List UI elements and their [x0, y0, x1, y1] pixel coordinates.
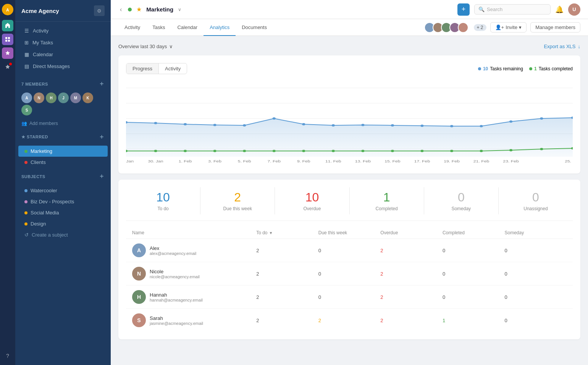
tab-tasks[interactable]: Tasks: [146, 19, 171, 36]
create-subject-button[interactable]: ↺ Create a subject: [18, 229, 108, 240]
chart-tab-activity[interactable]: Activity: [159, 63, 187, 74]
alex-avatar: A: [132, 243, 146, 257]
tab-calendar[interactable]: Calendar: [171, 19, 204, 36]
add-members-label: Add members: [29, 121, 58, 126]
legend-completed-count: 1: [534, 66, 537, 71]
notifications-bell-icon[interactable]: 🔔: [555, 5, 564, 14]
tab-activity[interactable]: Activity: [118, 19, 146, 36]
svg-text:1. Feb: 1. Feb: [179, 159, 192, 163]
hannah-avatar: H: [132, 290, 146, 304]
member-avatar-1[interactable]: A: [21, 92, 32, 103]
svg-rect-5: [8, 40, 10, 42]
member-avatar-6[interactable]: K: [82, 92, 93, 103]
svg-text:7. Feb: 7. Feb: [267, 159, 281, 163]
user-avatar[interactable]: U: [568, 3, 580, 16]
gear-button[interactable]: ⚙: [94, 5, 105, 16]
add-member-icon[interactable]: ＋: [99, 80, 105, 88]
svg-point-13: [184, 123, 187, 125]
members-section: 7 MEMBERS ＋: [15, 75, 111, 92]
create-subject-label: Create a subject: [32, 232, 68, 238]
tab-documents[interactable]: Documents: [236, 19, 273, 36]
app-logo[interactable]: A: [2, 4, 13, 15]
sidebar-item-my-tasks[interactable]: ⊞ My Tasks: [18, 37, 108, 49]
icon-bar: A ?: [0, 0, 15, 365]
search-box[interactable]: 🔍 Search: [474, 4, 551, 15]
alex-completed: 0: [443, 248, 505, 253]
export-button[interactable]: Export as XLS ↓: [544, 44, 580, 49]
add-members-button[interactable]: 👥 Add members: [15, 118, 111, 128]
svg-point-16: [273, 117, 276, 120]
sidebar-nav-label: Direct Messages: [33, 63, 70, 69]
member-avatar-7[interactable]: S: [21, 105, 32, 115]
svg-text:9. Feb: 9. Feb: [297, 159, 310, 163]
member-avatar-5[interactable]: M: [70, 92, 81, 103]
starred-item-clients[interactable]: Clients: [18, 157, 108, 168]
svg-point-31: [243, 150, 246, 152]
row-user-hannah: H Hannah hannah@acmeagency.email: [132, 290, 256, 304]
row-user-alex: A Alex alex@acmeagency.email: [132, 243, 256, 257]
invite-chevron-icon: ▾: [519, 24, 522, 30]
marketing-dot: [24, 150, 27, 153]
starred-marketing-label: Marketing: [31, 148, 52, 154]
sarah-email: jasmine@acmeagency.email: [150, 321, 203, 326]
stat-unassigned: 0 Unassigned: [499, 187, 573, 214]
subject-item-social-media[interactable]: Social Media: [18, 207, 108, 218]
col-header-todo[interactable]: To do ▼: [256, 230, 318, 235]
chart-card: Progress Activity 10 Tasks remaining 1 T…: [118, 55, 580, 174]
svg-point-30: [213, 150, 216, 152]
svg-point-19: [361, 124, 364, 126]
add-starred-icon[interactable]: ＋: [99, 133, 105, 141]
subject-item-bizdev[interactable]: Biz Dev - Prospects: [18, 196, 108, 207]
sarah-someday: 0: [504, 318, 567, 323]
sidebar-item-calendar[interactable]: ▦ Calendar: [18, 49, 108, 60]
project-title: Marketing: [146, 6, 173, 13]
stat-todo-value: 10: [129, 190, 197, 204]
nicole-avatar: N: [132, 267, 146, 281]
svg-point-14: [213, 124, 216, 126]
icon-bar-home[interactable]: [2, 20, 13, 31]
member-avatar-2[interactable]: N: [34, 92, 44, 103]
member-avatar-4[interactable]: J: [58, 92, 69, 103]
table-header: Name To do ▼ Due this week Overdue Compl…: [126, 227, 573, 239]
icon-bar-item-2[interactable]: [2, 47, 13, 59]
manage-members-button[interactable]: Manage members: [530, 22, 580, 32]
starred-item-marketing[interactable]: Marketing: [18, 146, 108, 157]
icon-bar-item-1[interactable]: [2, 34, 13, 45]
member-avatar-3[interactable]: H: [46, 92, 57, 103]
add-subject-icon[interactable]: ＋: [99, 172, 105, 180]
stat-todo-label: To do: [129, 206, 197, 211]
mini-avatar-5[interactable]: [458, 22, 468, 33]
sidebar-item-direct-messages[interactable]: ▤ Direct Messages: [18, 60, 108, 72]
sarah-todo: 2: [256, 318, 318, 323]
subject-item-watercooler[interactable]: Watercooler: [18, 185, 108, 196]
svg-point-41: [540, 148, 543, 150]
subject-item-design[interactable]: Design: [18, 218, 108, 229]
sidebar-item-activity[interactable]: ☰ Activity: [18, 25, 108, 37]
back-button[interactable]: ‹: [118, 5, 123, 15]
table-row: H Hannah hannah@acmeagency.email 2 0 2 0…: [126, 286, 573, 309]
alex-todo: 2: [256, 248, 318, 253]
add-button[interactable]: +: [457, 3, 470, 16]
alex-overdue: 2: [380, 248, 443, 253]
overview-range-dropdown[interactable]: Overview last 30 days ∨: [118, 44, 173, 49]
workspace-title: Acme Agency: [21, 8, 59, 14]
legend-remaining: 10 Tasks remaining: [478, 66, 523, 71]
stat-someday-value: 0: [427, 190, 495, 204]
invite-button[interactable]: 👤+ Invite ▾: [490, 22, 527, 32]
svg-point-32: [273, 150, 276, 152]
invite-icon: 👤+: [495, 24, 504, 30]
chart-svg-container: 28. Jan 30. Jan 1. Feb 3. Feb 5. Feb 7. …: [126, 80, 573, 166]
icon-bar-item-3[interactable]: [2, 61, 13, 73]
chart-tab-progress[interactable]: Progress: [126, 63, 159, 74]
subjects-section-header: SUBJECTS ＋: [21, 172, 105, 180]
subnav-tabs: Activity Tasks Calendar Analytics Docume…: [118, 19, 424, 36]
icon-bar-help[interactable]: ?: [6, 353, 9, 359]
tab-analytics[interactable]: Analytics: [204, 19, 236, 36]
project-star-icon[interactable]: ★: [136, 6, 142, 13]
project-chevron-icon[interactable]: ∨: [178, 7, 181, 12]
subjects-section: SUBJECTS ＋: [15, 168, 111, 185]
svg-text:21. Feb: 21. Feb: [473, 159, 489, 163]
stat-unassigned-label: Unassigned: [502, 206, 570, 211]
design-dot: [24, 222, 27, 225]
svg-point-21: [420, 125, 423, 127]
